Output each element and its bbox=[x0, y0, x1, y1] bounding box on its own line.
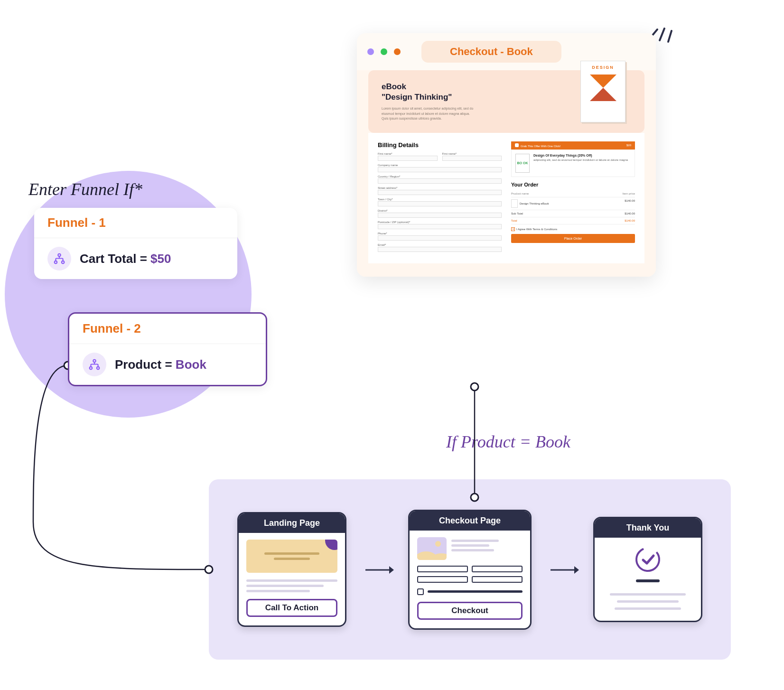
mini-input[interactable] bbox=[417, 576, 468, 583]
mini-checkbox[interactable] bbox=[417, 588, 424, 595]
field-country: Country / Region* bbox=[378, 175, 502, 178]
input-phone[interactable] bbox=[378, 235, 502, 241]
input-postcode[interactable] bbox=[378, 224, 502, 229]
input-street[interactable] bbox=[378, 190, 502, 195]
field-company: Company name bbox=[378, 164, 502, 167]
svg-point-11 bbox=[471, 383, 478, 391]
input-first-name[interactable] bbox=[378, 156, 438, 161]
browser-title: Checkout - Book bbox=[421, 41, 561, 63]
sitemap-icon bbox=[47, 247, 71, 270]
landing-hero-thumb bbox=[246, 540, 337, 573]
checkout-thumb bbox=[417, 537, 447, 560]
svg-point-5 bbox=[97, 367, 99, 369]
field-last-name: First name* bbox=[442, 152, 502, 155]
checkmark-circle-icon bbox=[635, 546, 661, 573]
funnel-2-title: Funnel - 2 bbox=[69, 314, 266, 344]
funnel-flow-container: Landing Page Call To Action Checkout Pag… bbox=[209, 479, 731, 660]
field-street: Street address* bbox=[378, 186, 502, 189]
svg-point-3 bbox=[93, 360, 95, 362]
offer-checkbox-icon bbox=[515, 143, 519, 147]
arrow-icon bbox=[551, 569, 574, 570]
svg-point-4 bbox=[90, 367, 92, 369]
terms-checkbox-icon: ✕ bbox=[511, 227, 515, 231]
funnel-1-title: Funnel - 1 bbox=[34, 208, 237, 238]
offer-desc: adipiscing elit, sed do eiusmod tempor i… bbox=[533, 159, 628, 161]
landing-cta-button[interactable]: Call To Action bbox=[246, 599, 337, 617]
order-heading: Your Order bbox=[511, 182, 635, 187]
input-country[interactable] bbox=[378, 178, 502, 184]
thankyou-title: Thank You bbox=[595, 518, 701, 538]
checkout-browser-mock: Checkout - Book eBook "Design Thinking" … bbox=[357, 33, 656, 277]
checkout-hero: eBook "Design Thinking" Lorem ipsum dolo… bbox=[368, 70, 644, 133]
sitemap-icon bbox=[83, 353, 106, 376]
input-district[interactable] bbox=[378, 213, 502, 218]
funnel-1-card[interactable]: Funnel - 1 Cart Total = $50 bbox=[34, 208, 237, 279]
hero-title-1: eBook bbox=[382, 82, 406, 91]
field-town: Town / City* bbox=[378, 198, 502, 201]
field-phone: Phone* bbox=[378, 232, 502, 235]
terms-row[interactable]: ✕I Agree With Terms & Conditions bbox=[511, 227, 635, 231]
billing-section: Billing Details First name* First name* … bbox=[378, 141, 502, 255]
svg-point-2 bbox=[62, 261, 64, 263]
checkout-page-card[interactable]: Checkout Page Checkout bbox=[408, 510, 532, 630]
mini-input[interactable] bbox=[472, 566, 523, 572]
landing-title: Landing Page bbox=[239, 513, 345, 533]
enter-funnel-if-label: Enter Funnel If* bbox=[28, 179, 142, 199]
checkout-cta-button[interactable]: Checkout bbox=[417, 602, 523, 620]
book-cover: DESIGN bbox=[580, 61, 625, 122]
field-postcode: Postcode / ZIP (optional)* bbox=[378, 221, 502, 224]
field-district: District* bbox=[378, 209, 502, 212]
offer-card: BO OK Design Of Everyday Things (20% Off… bbox=[511, 149, 635, 177]
checkout-title: Checkout Page bbox=[410, 511, 530, 531]
svg-point-1 bbox=[55, 261, 57, 263]
funnel-2-rule: Product = Book bbox=[115, 357, 206, 372]
input-email[interactable] bbox=[378, 247, 502, 252]
offer-thumb: BO OK bbox=[515, 154, 530, 173]
input-company[interactable] bbox=[378, 167, 502, 172]
mini-input[interactable] bbox=[417, 566, 468, 572]
funnel-1-rule: Cart Total = $50 bbox=[80, 252, 171, 266]
offer-banner[interactable]: Grab This Offer With One Click! $20 bbox=[511, 141, 635, 149]
field-email: Email* bbox=[378, 243, 502, 246]
hero-description: Lorem ipsum dolor sit amet, consectetur … bbox=[382, 106, 476, 121]
order-summary: Your Order Product nameItem price Design… bbox=[511, 182, 635, 243]
svg-point-0 bbox=[58, 254, 60, 256]
arrow-icon bbox=[365, 569, 389, 570]
window-dot-icon bbox=[367, 48, 374, 55]
window-dot-icon bbox=[394, 48, 401, 55]
thankyou-card[interactable]: Thank You bbox=[593, 517, 702, 622]
billing-heading: Billing Details bbox=[378, 141, 502, 149]
window-dot-icon bbox=[381, 48, 387, 55]
svg-point-8 bbox=[635, 546, 661, 573]
mini-input[interactable] bbox=[472, 576, 523, 583]
input-town[interactable] bbox=[378, 201, 502, 206]
landing-page-card[interactable]: Landing Page Call To Action bbox=[237, 512, 346, 627]
funnel-2-card[interactable]: Funnel - 2 Product = Book bbox=[68, 312, 267, 386]
offer-title: Design Of Everyday Things (20% Off) bbox=[533, 154, 628, 157]
field-first-name: First name* bbox=[378, 152, 438, 155]
if-product-book-label: If Product = Book bbox=[446, 432, 570, 452]
hero-title-2: "Design Thinking" bbox=[382, 93, 452, 102]
input-last-name[interactable] bbox=[442, 156, 502, 161]
place-order-button[interactable]: Place Order bbox=[511, 234, 635, 243]
